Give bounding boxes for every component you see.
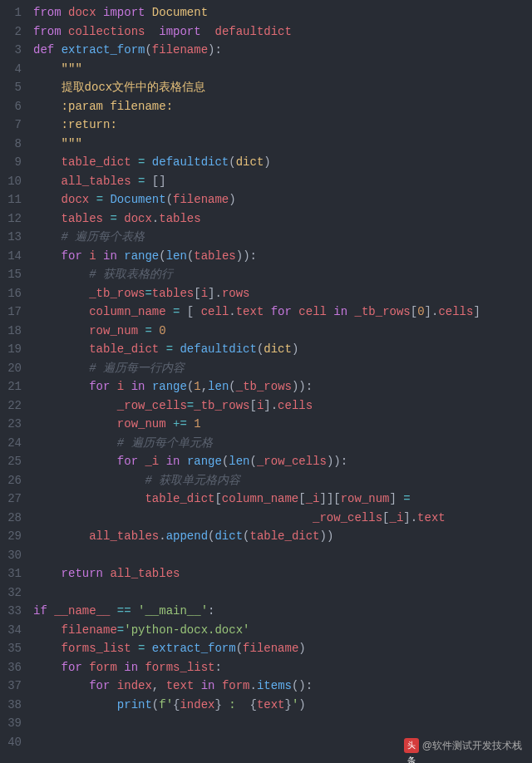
code-line: """ xyxy=(33,60,532,79)
line-number: 7 xyxy=(0,116,22,135)
line-number: 30 xyxy=(0,546,22,565)
line-number: 22 xyxy=(0,396,22,416)
code-line: docx = Document(filename) xyxy=(33,190,532,209)
code-line: # 遍历每个表格 xyxy=(33,228,532,247)
code-line: for i in range(len(tables)): xyxy=(33,247,532,266)
code-line xyxy=(33,714,532,733)
code-line: table_dict[column_name[_i]][row_num] = xyxy=(33,490,532,509)
watermark-handle: @软件测试开发技术栈 xyxy=(422,736,522,756)
code-line: from collections import defaultdict xyxy=(33,22,532,42)
line-number: 12 xyxy=(0,209,22,229)
code-line: table_dict = defaultdict(dict) xyxy=(33,153,532,172)
line-number: 23 xyxy=(0,415,22,434)
code-line: for i in range(1,len(_tb_rows)): xyxy=(33,377,532,396)
line-number: 1 xyxy=(0,3,22,22)
code-line: filename='python-docx.docx' xyxy=(33,621,532,640)
line-number: 40 xyxy=(0,733,22,752)
code-line: forms_list = extract_form(filename) xyxy=(33,639,532,658)
line-number: 18 xyxy=(0,322,22,341)
code-line: 提取docx文件中的表格信息 xyxy=(33,78,532,97)
code-line: # 遍历每个单元格 xyxy=(33,434,532,453)
line-number: 10 xyxy=(0,172,22,191)
code-line: _row_cells[_i].text xyxy=(33,509,532,528)
line-number: 35 xyxy=(0,639,22,658)
code-line: # 获取表格的行 xyxy=(33,265,532,284)
line-number: 36 xyxy=(0,658,22,677)
code-line: row_num += 1 xyxy=(33,415,532,434)
code-line: row_num = 0 xyxy=(33,322,532,341)
line-number: 2 xyxy=(0,22,22,42)
code-line: column_name = [ cell.text for cell in _t… xyxy=(33,303,532,322)
code-line: """ xyxy=(33,135,532,154)
line-number: 25 xyxy=(0,452,22,471)
code-line: for _i in range(len(_row_cells)): xyxy=(33,452,532,471)
watermark-logo: 头条 xyxy=(404,738,419,753)
code-line xyxy=(33,546,532,565)
line-number: 39 xyxy=(0,714,22,733)
line-number: 9 xyxy=(0,153,22,172)
code-line: if __name__ == '__main__': xyxy=(33,602,532,621)
code-line: def extract_form(filename): xyxy=(33,41,532,60)
code-editor: 1234567891011121314151617181920212223242… xyxy=(0,0,532,751)
line-number: 16 xyxy=(0,284,22,303)
code-line: _tb_rows=tables[i].rows xyxy=(33,284,532,303)
line-number: 19 xyxy=(0,340,22,359)
code-line: for index, text in form.items(): xyxy=(33,677,532,696)
line-number: 8 xyxy=(0,135,22,154)
line-number: 15 xyxy=(0,265,22,284)
line-number: 21 xyxy=(0,377,22,396)
line-number: 34 xyxy=(0,621,22,640)
line-number: 17 xyxy=(0,303,22,322)
line-number: 31 xyxy=(0,564,22,583)
line-number: 28 xyxy=(0,509,22,528)
line-number: 4 xyxy=(0,60,22,79)
line-number: 11 xyxy=(0,190,22,209)
code-line: :return: xyxy=(33,116,532,135)
line-number: 3 xyxy=(0,41,22,60)
line-number: 29 xyxy=(0,527,22,546)
line-number: 20 xyxy=(0,359,22,378)
code-line: for form in forms_list: xyxy=(33,658,532,677)
code-line: from docx import Document xyxy=(33,3,532,22)
code-line: _row_cells=_tb_rows[i].cells xyxy=(33,396,532,416)
line-number: 32 xyxy=(0,583,22,603)
line-number: 6 xyxy=(0,97,22,116)
code-line: return all_tables xyxy=(33,564,532,583)
code-line: print(f'{index} : {text}') xyxy=(33,696,532,715)
line-number-gutter: 1234567891011121314151617181920212223242… xyxy=(0,3,33,751)
code-line: # 获取单元格内容 xyxy=(33,471,532,490)
code-line: table_dict = defaultdict(dict) xyxy=(33,340,532,359)
line-number: 27 xyxy=(0,490,22,509)
line-number: 26 xyxy=(0,471,22,490)
code-area: from docx import Documentfrom collection… xyxy=(33,3,532,751)
line-number: 33 xyxy=(0,602,22,621)
line-number: 14 xyxy=(0,247,22,266)
line-number: 38 xyxy=(0,696,22,715)
code-line: all_tables.append(dict(table_dict)) xyxy=(33,527,532,546)
watermark: 头条 @软件测试开发技术栈 xyxy=(404,736,522,756)
code-line xyxy=(33,583,532,603)
line-number: 24 xyxy=(0,434,22,453)
line-number: 37 xyxy=(0,677,22,696)
code-line: tables = docx.tables xyxy=(33,209,532,229)
code-line: :param filename: xyxy=(33,97,532,116)
line-number: 5 xyxy=(0,78,22,97)
code-line: all_tables = [] xyxy=(33,172,532,191)
line-number: 13 xyxy=(0,228,22,247)
code-line: # 遍历每一行内容 xyxy=(33,359,532,378)
